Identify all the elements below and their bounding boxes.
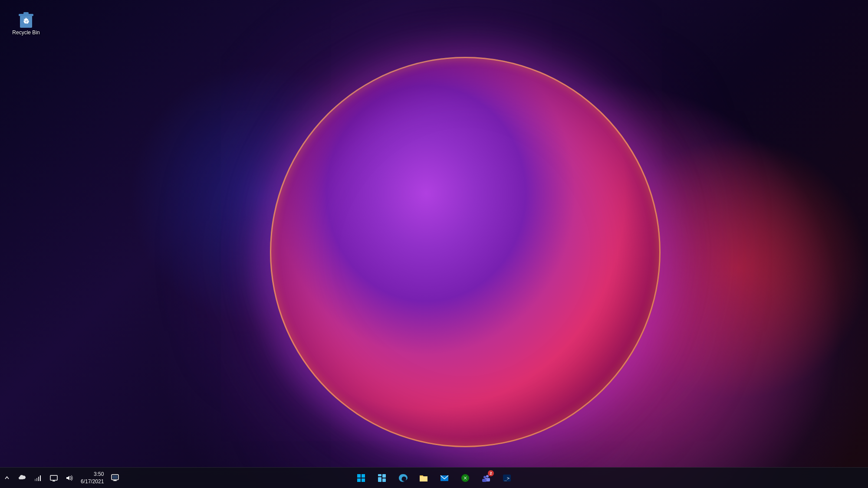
volume-button[interactable] — [62, 471, 76, 485]
files-button[interactable] — [414, 468, 433, 488]
svg-rect-27 — [112, 475, 118, 479]
xbox-icon — [460, 473, 470, 483]
wallpaper-sphere — [270, 57, 661, 447]
notification-icon — [111, 474, 119, 482]
file-explorer-icon — [419, 473, 428, 483]
terminal-button[interactable]: _> — [497, 468, 516, 488]
svg-rect-8 — [362, 478, 365, 482]
recycle-bin-svg: ♻ ♻ — [16, 9, 36, 29]
svg-rect-21 — [35, 479, 36, 481]
display-button[interactable] — [47, 471, 61, 485]
svg-rect-10 — [382, 474, 386, 478]
mail-icon — [440, 473, 449, 483]
svg-rect-25 — [50, 475, 57, 480]
svg-rect-22 — [36, 478, 37, 481]
edge-button[interactable] — [393, 468, 412, 488]
network-button[interactable] — [31, 471, 45, 485]
recycle-bin-icon[interactable]: ♻ ♻ Recycle Bin — [9, 9, 43, 36]
svg-rect-18 — [482, 479, 487, 482]
svg-rect-11 — [378, 477, 381, 482]
svg-rect-24 — [40, 475, 41, 481]
terminal-icon: _> — [502, 473, 512, 483]
taskbar: 2 _> — [0, 467, 868, 488]
svg-rect-7 — [357, 478, 361, 482]
start-button[interactable] — [352, 468, 371, 488]
chevron-up-button[interactable] — [0, 471, 14, 485]
svg-text:_>: _> — [504, 476, 510, 481]
teams-badge: 2 — [488, 470, 494, 476]
svg-rect-6 — [362, 474, 365, 478]
notification-button[interactable] — [108, 471, 122, 485]
system-tray — [0, 471, 76, 485]
display-icon — [50, 475, 58, 481]
clock-time: 3:50 — [94, 471, 104, 478]
chevron-up-icon — [4, 475, 10, 481]
clock-area[interactable]: 3:50 6/17/2021 — [77, 471, 107, 485]
teams-button[interactable]: 2 — [477, 468, 496, 488]
widgets-button[interactable] — [372, 468, 391, 488]
svg-text:♻: ♻ — [23, 18, 29, 25]
network-icon — [34, 475, 42, 481]
taskbar-center: 2 _> — [352, 468, 516, 488]
volume-icon — [66, 475, 73, 481]
onedrive-icon — [19, 475, 26, 481]
svg-rect-12 — [382, 478, 386, 482]
windows-logo-icon — [357, 474, 365, 482]
svg-point-17 — [483, 476, 486, 478]
onedrive-button[interactable] — [16, 471, 30, 485]
svg-rect-23 — [38, 477, 39, 481]
svg-rect-9 — [378, 474, 381, 476]
svg-rect-5 — [357, 474, 361, 478]
svg-point-14 — [461, 474, 469, 482]
taskbar-right: 3:50 6/17/2021 — [0, 471, 127, 485]
edge-icon — [398, 473, 408, 483]
recycle-bin-label: Recycle Bin — [12, 29, 39, 36]
widgets-icon — [378, 474, 386, 482]
svg-rect-2 — [23, 12, 29, 14]
xbox-button[interactable] — [456, 468, 475, 488]
mail-button[interactable] — [435, 468, 454, 488]
clock-date: 6/17/2021 — [81, 478, 104, 485]
